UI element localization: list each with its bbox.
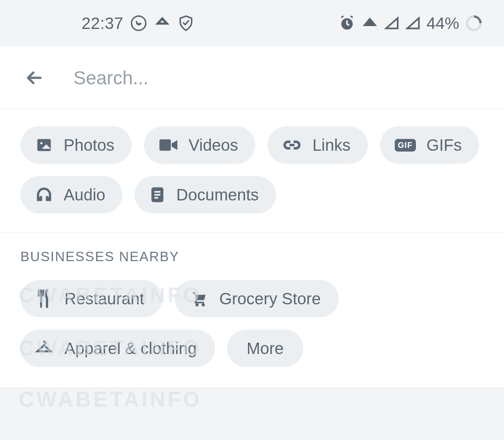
chip-label: Audio [64,186,105,204]
battery-percent: 44% [427,14,459,33]
svg-point-11 [195,304,199,307]
chip-label: Links [312,136,350,154]
search-input[interactable] [73,67,480,89]
cellular-signal-1-icon [384,15,400,31]
filter-chip-links[interactable]: Links [267,126,367,164]
grocery-icon [189,289,208,308]
nearby-title: BUSINESSES NEARBY [20,249,484,264]
status-right: 44% [338,14,483,33]
search-bar [0,46,504,109]
svg-rect-1 [161,21,164,23]
chip-label: GIFs [427,136,462,154]
watermark: CWABETAINFO [19,387,202,411]
filter-chip-audio[interactable]: Audio [20,176,122,213]
wifi-signal-icon [361,15,378,32]
svg-rect-8 [155,191,161,193]
videos-icon [159,137,178,153]
chip-label: Restaurant [64,290,144,308]
documents-icon [149,186,166,204]
wifi-icon [154,15,171,32]
shield-icon [177,15,195,32]
chip-label: Documents [176,186,259,204]
filter-chip-videos[interactable]: Videos [144,126,256,164]
alarm-icon [338,15,356,32]
svg-point-12 [201,304,205,307]
status-time: 22:37 [82,14,124,33]
status-bar: 22:37 44% [0,0,504,46]
audio-icon [35,186,53,204]
chip-label: Grocery Store [219,290,321,308]
nearby-section: BUSINESSES NEARBY Restaurant Grocery Sto… [0,233,504,388]
chip-label: Apparel & clothing [64,339,197,358]
nearby-chip-apparel[interactable]: Apparel & clothing [20,330,215,367]
svg-rect-9 [155,194,161,196]
nearby-chip-more[interactable]: More [227,330,303,367]
filter-chip-documents[interactable]: Documents [135,176,276,213]
filter-section: Photos Videos Links GIF GIFs Audio [0,109,504,233]
svg-point-5 [40,142,43,145]
nearby-chip-restaurant[interactable]: Restaurant [20,280,162,317]
back-arrow-icon[interactable] [24,67,45,88]
status-left: 22:37 [82,14,195,33]
filter-chip-gifs[interactable]: GIF GIFs [380,126,479,164]
nearby-chip-grocery[interactable]: Grocery Store [175,280,339,317]
svg-rect-4 [38,139,51,151]
filter-chip-photos[interactable]: Photos [20,126,132,164]
chip-label: More [247,339,284,358]
loading-spinner-icon [465,14,483,32]
restaurant-icon [35,289,53,308]
svg-rect-10 [155,197,158,199]
whatsapp-icon [130,15,147,32]
photos-icon [35,136,53,154]
links-icon [282,138,302,152]
chip-label: Photos [64,136,115,154]
cellular-signal-2-icon [405,15,421,31]
gifs-icon: GIF [395,139,416,152]
svg-rect-6 [159,139,171,151]
apparel-icon [35,339,53,357]
chip-label: Videos [189,136,239,154]
